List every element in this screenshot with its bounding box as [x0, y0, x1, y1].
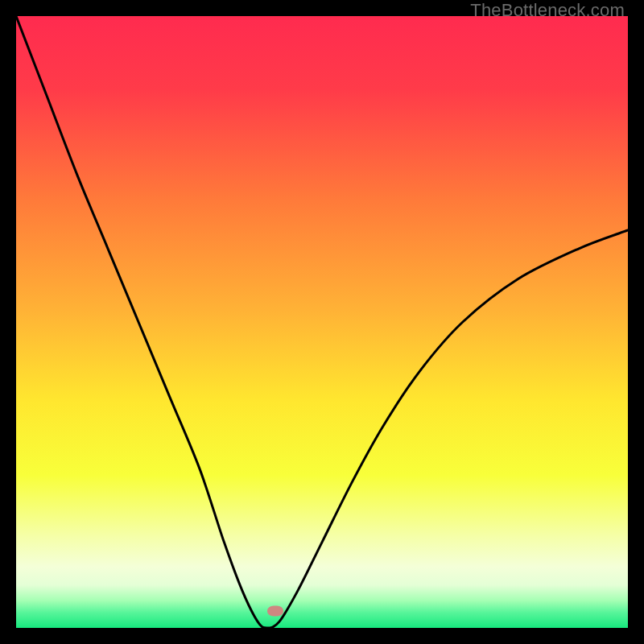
bottleneck-curve — [16, 16, 628, 628]
watermark-text: TheBottleneck.com — [470, 0, 625, 21]
chart-frame — [16, 16, 628, 628]
optimal-point-marker — [267, 605, 283, 616]
